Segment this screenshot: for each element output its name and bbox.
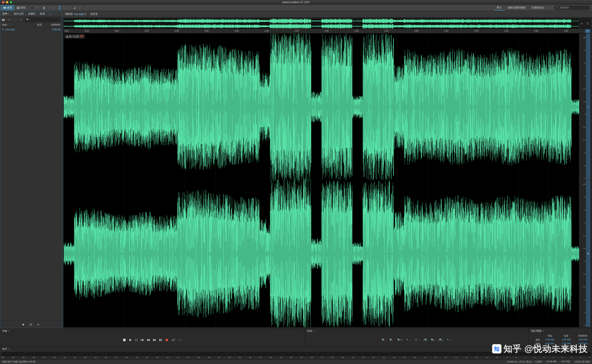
sel-start[interactable]: 0:00.000	[543, 338, 557, 341]
sel-end[interactable]: 0:00.000	[559, 338, 573, 341]
status-bar: 读取 MP3 音频 完成用时 0.80 秒 44100 Hz • 32 位 (浮…	[0, 359, 592, 364]
waveform-label: 波形	[7, 6, 12, 9]
waveform-display[interactable]: ◢ ⏻ +0 dB 📌	[64, 33, 579, 327]
workspace-edit-audio[interactable]: 编辑音频到视频	[505, 5, 528, 10]
svg-rect-0	[3, 7, 4, 8]
svg-rect-21	[161, 339, 162, 341]
svg-line-16	[558, 8, 559, 9]
brush-tool-button[interactable]	[73, 6, 77, 10]
time-select-tool-button[interactable]	[57, 6, 62, 10]
stop-button[interactable]	[123, 339, 126, 341]
marquee-tool-button[interactable]	[62, 6, 67, 10]
sel-hdr-dur: 持续时间	[576, 334, 590, 338]
multitrack-icon	[17, 7, 20, 9]
zoom-nav-button[interactable]: ⊕	[581, 22, 583, 25]
zoom-full-button[interactable]: 🔍⇱	[397, 338, 403, 341]
editor-filename: mix.mp3	[74, 13, 84, 16]
move-tool-button[interactable]	[42, 6, 47, 10]
svg-rect-18	[135, 339, 136, 341]
svg-rect-1	[4, 7, 4, 9]
pause-button[interactable]	[135, 339, 137, 341]
loop-button[interactable]	[172, 339, 175, 341]
preview-play-button[interactable]	[22, 323, 25, 326]
panel-more-button[interactable]: »	[47, 13, 53, 15]
insert-button[interactable]: ⊞	[19, 18, 23, 21]
overview-canvas[interactable]	[64, 18, 579, 29]
preview-loop-button[interactable]	[29, 323, 32, 326]
mixer-tab[interactable]: 混音器	[88, 11, 100, 17]
heal-tool-button[interactable]	[78, 6, 82, 10]
col-duration[interactable]: 持续时间	[48, 23, 60, 26]
zoom-selection-button[interactable]: 🔍▭	[406, 338, 412, 341]
spectral-pitch-button[interactable]	[35, 6, 40, 10]
view-end[interactable]: 2:56.065	[559, 342, 573, 345]
multitrack-view-button[interactable]: 多轨	[14, 5, 28, 10]
col-status[interactable]: 状态	[37, 23, 48, 26]
zoom-vertical-button[interactable]: {🔍}	[438, 338, 443, 341]
timeline-ruler[interactable]: hms 0:100:200:300:400:501:001:101:201:30…	[64, 29, 591, 33]
transport-title: 传输	[0, 328, 305, 333]
view-start[interactable]: 0:00.000	[543, 342, 557, 345]
zoom-in-left-button[interactable]: {🔍	[424, 338, 427, 341]
play-button[interactable]	[129, 338, 132, 341]
slip-tool-button[interactable]: ↔	[52, 6, 57, 10]
waveform-canvas[interactable]	[64, 33, 579, 327]
record-button[interactable]	[165, 338, 168, 341]
zoom-out-button[interactable]: 🔍₋	[390, 338, 394, 341]
svg-rect-7	[17, 8, 20, 9]
rewind-button[interactable]	[147, 339, 150, 341]
new-file-button[interactable]: ▾	[7, 18, 11, 21]
sel-dur[interactable]: 0:00.000	[576, 338, 590, 341]
phase-tab[interactable]: 相位分析	[12, 11, 26, 17]
zoom-in-button[interactable]: 🔍₊	[382, 338, 386, 341]
zoom-reset-button[interactable]: 🔍↺	[446, 338, 452, 341]
zoom-in-right-button[interactable]: 🔍}	[431, 338, 435, 341]
help-search-input[interactable]: 搜索帮助	[554, 6, 590, 10]
preview-autoplay-button[interactable]	[37, 323, 40, 326]
open-file-button[interactable]	[1, 18, 5, 21]
search-icon	[556, 6, 559, 9]
effects-tab[interactable]: 效果	[38, 11, 47, 17]
favorites-tab[interactable]: 收藏夹	[26, 11, 38, 17]
razor-tool-button[interactable]	[47, 6, 52, 10]
file-row[interactable]: ⁜mix.mp3 2:56.06	[0, 27, 62, 32]
editor-tab[interactable]: 编辑器: mix.mp3 ≡	[63, 11, 88, 17]
hud-pin-icon[interactable]: 📌	[80, 35, 83, 38]
go-start-button[interactable]	[141, 339, 143, 341]
svg-rect-10	[59, 6, 60, 9]
file-filter-input[interactable]: 🔍▾	[25, 18, 61, 21]
levels-meter[interactable]	[1, 352, 591, 356]
forward-button[interactable]	[153, 339, 156, 341]
close-window-icon[interactable]	[2, 1, 4, 3]
channel-left-button[interactable]: L	[586, 34, 590, 180]
workspace-default[interactable]: 默认	[494, 5, 505, 11]
maximize-window-icon[interactable]	[10, 1, 12, 3]
svg-rect-12	[59, 9, 60, 9]
levels-panel: 电平 dB-59-58-55-54-53-52-51-50-49-48-47-4…	[0, 346, 592, 359]
view-dur[interactable]: 2:56.065	[576, 342, 590, 345]
go-end-button[interactable]	[160, 339, 162, 341]
editor-panel: 编辑器: mix.mp3 ≡ 混音器 ⊕ ☰ hms 0:100:200:300…	[62, 11, 592, 328]
lasso-tool-button[interactable]	[67, 6, 72, 10]
col-name[interactable]: 名称 ↑	[2, 23, 37, 26]
window-controls	[0, 1, 12, 3]
view-list-button[interactable]: ☰	[586, 22, 589, 25]
svg-rect-2	[4, 7, 5, 8]
zoom-in-point-button[interactable]: 🔍↘	[415, 338, 420, 341]
file-duration: 2:56.06	[48, 28, 60, 31]
workspace-more-button[interactable]: »	[547, 6, 553, 9]
skip-selection-button[interactable]	[178, 339, 182, 341]
db-scale: dB-3-6-9-12-18-∞-18-12-9-6-3dB-3-6-9-12-…	[579, 33, 586, 327]
files-tab[interactable]: 文件	[0, 11, 12, 17]
overview-waveform[interactable]: ⊕ ☰	[64, 18, 591, 29]
waveform-view-button[interactable]: 波形	[1, 5, 14, 10]
minimize-window-icon[interactable]	[6, 1, 8, 3]
workspace-radio[interactable]: 无线电作品	[528, 5, 547, 10]
svg-point-14	[68, 7, 71, 8]
spectral-freq-button[interactable]	[30, 6, 34, 10]
record-file-button[interactable]: ⬚	[13, 18, 17, 21]
channel-right-button[interactable]: R	[586, 181, 590, 327]
titlebar: Adobe Audition CC 2017	[0, 0, 592, 5]
ruler-marker-icon[interactable]	[585, 29, 591, 33]
gain-hud[interactable]: ◢ ⏻ +0 dB 📌	[65, 34, 84, 38]
